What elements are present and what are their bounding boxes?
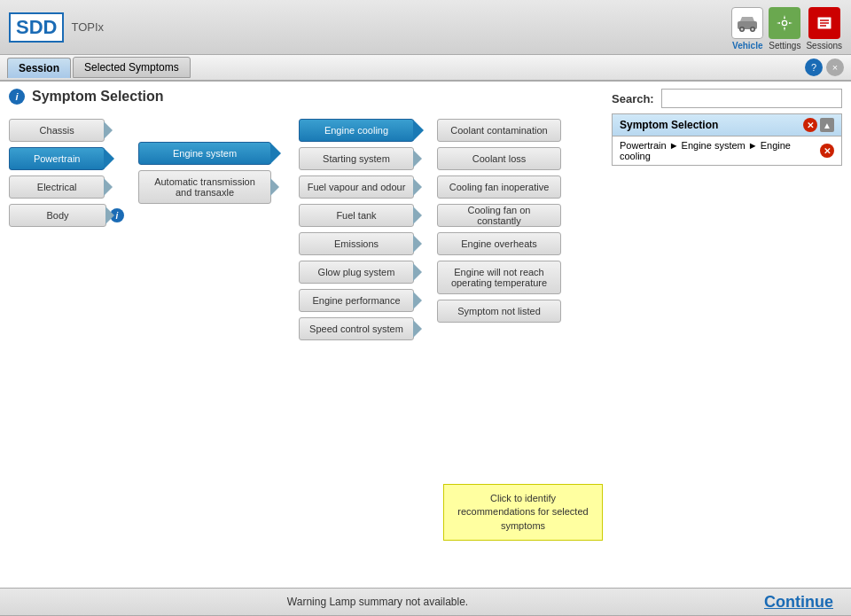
coolant-loss-btn[interactable]: Coolant loss bbox=[437, 147, 561, 170]
col1: Chassis Powertrain Electrical bbox=[9, 119, 124, 227]
glow-plug-btn[interactable]: Glow plug system bbox=[299, 261, 414, 284]
right-panel: Search: Symptom Selection ✕ ▲ Powertrain… bbox=[612, 89, 842, 581]
title-info-icon[interactable]: i bbox=[9, 89, 25, 105]
search-result-title: Symptom Selection bbox=[620, 119, 718, 131]
settings-label: Settings bbox=[769, 41, 800, 51]
navbar: Session Selected Symptoms ? × bbox=[0, 55, 851, 82]
engine-no-reach-btn[interactable]: Engine will not reach operating temperat… bbox=[437, 261, 561, 294]
search-results-panel: Symptom Selection ✕ ▲ Powertrain ► Engin… bbox=[612, 113, 842, 166]
help-icon-btn[interactable]: ? bbox=[805, 58, 823, 76]
sessions-label: Sessions bbox=[806, 41, 842, 51]
speed-control-btn[interactable]: Speed control system bbox=[299, 317, 414, 340]
fuel-tank-btn[interactable]: Fuel tank bbox=[299, 204, 414, 227]
svg-point-5 bbox=[752, 28, 754, 31]
sessions-icon-btn[interactable] bbox=[808, 7, 840, 39]
vehicle-icon-btn[interactable] bbox=[731, 7, 763, 39]
search-result-header: Symptom Selection ✕ ▲ bbox=[613, 114, 841, 136]
starting-system-btn[interactable]: Starting system bbox=[299, 147, 414, 170]
tree-section: i Symptom Selection Chassis Powertrain bbox=[0, 82, 851, 588]
engine-perf-btn[interactable]: Engine performance bbox=[299, 289, 414, 312]
search-result-path-text: Powertrain ► Engine system ► Engine cool… bbox=[620, 140, 820, 161]
sessions-group[interactable]: Sessions bbox=[806, 7, 842, 51]
cooling-fan-inop-btn[interactable]: Cooling fan inoperative bbox=[437, 175, 561, 199]
search-input[interactable] bbox=[661, 89, 842, 108]
powertrain-row: Powertrain bbox=[9, 147, 124, 170]
page-title-text: Symptom Selection bbox=[32, 89, 163, 105]
search-close-btn[interactable]: ✕ bbox=[803, 118, 817, 132]
navbar-right-icons: ? × bbox=[805, 58, 844, 76]
auto-transmission-btn[interactable]: Automatic transmission and transaxle bbox=[138, 170, 271, 204]
search-path-close-btn[interactable]: ✕ bbox=[820, 144, 834, 158]
page-title: i Symptom Selection bbox=[9, 89, 612, 105]
search-result-path-row: Powertrain ► Engine system ► Engine cool… bbox=[613, 136, 841, 165]
continue-btn[interactable]: Continue bbox=[755, 593, 842, 612]
search-result-actions: ✕ ▲ bbox=[803, 118, 834, 132]
settings-group[interactable]: Settings bbox=[769, 7, 800, 51]
gear-icon bbox=[775, 13, 794, 33]
content-area: i Symptom Selection Chassis Powertrain bbox=[0, 82, 851, 616]
col2: Engine system Automatic transmission and… bbox=[138, 142, 285, 204]
vehicle-icon bbox=[737, 14, 758, 32]
chassis-row: Chassis bbox=[9, 119, 124, 142]
svg-point-7 bbox=[783, 21, 786, 25]
session-tab[interactable]: Session bbox=[7, 58, 71, 78]
hint-box: Click to identify recommendations for se… bbox=[443, 484, 603, 541]
close-icon-btn[interactable]: × bbox=[826, 58, 844, 76]
engine-system-btn[interactable]: Engine system bbox=[138, 142, 271, 165]
chassis-btn[interactable]: Chassis bbox=[9, 119, 105, 142]
warning-text: Warning Lamp summary not available. bbox=[9, 596, 746, 608]
engine-overheats-btn[interactable]: Engine overheats bbox=[437, 232, 561, 255]
topix-label: TOPIx bbox=[71, 20, 104, 34]
search-expand-btn[interactable]: ▲ bbox=[820, 118, 834, 132]
electrical-btn[interactable]: Electrical bbox=[9, 175, 105, 199]
vehicle-group[interactable]: Vehicle bbox=[731, 7, 763, 51]
svg-marker-1 bbox=[740, 17, 754, 21]
cooling-fan-const-btn[interactable]: Cooling fan on constantly bbox=[437, 204, 561, 227]
search-label: Search: bbox=[612, 92, 654, 105]
svg-point-4 bbox=[741, 28, 744, 31]
sdd-logo: SDD bbox=[9, 12, 64, 43]
coolant-contamination-btn[interactable]: Coolant contamination bbox=[437, 119, 561, 142]
top-icons: Vehicle Settings bbox=[731, 7, 842, 51]
sessions-icon bbox=[815, 13, 834, 33]
selected-symptoms-tab[interactable]: Selected Symptoms bbox=[73, 57, 191, 78]
vehicle-label: Vehicle bbox=[732, 41, 762, 51]
warning-bar: Warning Lamp summary not available. Cont… bbox=[0, 588, 851, 616]
fuel-vapour-btn[interactable]: Fuel vapour and odour bbox=[299, 175, 414, 199]
powertrain-btn[interactable]: Powertrain bbox=[9, 147, 105, 170]
topbar: SDD TOPIx Vehicle bbox=[0, 0, 851, 55]
search-row: Search: bbox=[612, 89, 842, 108]
body-btn[interactable]: Body bbox=[9, 204, 106, 227]
emissions-btn[interactable]: Emissions bbox=[299, 232, 414, 255]
hint-text: Click to identify recommendations for se… bbox=[457, 493, 588, 531]
symptom-not-listed-btn[interactable]: Symptom not listed bbox=[437, 300, 561, 323]
engine-cooling-btn[interactable]: Engine cooling bbox=[299, 119, 414, 142]
electrical-row: Electrical bbox=[9, 175, 124, 199]
col4: Coolant contamination Coolant loss Cooli… bbox=[437, 119, 570, 323]
body-row: Body i bbox=[9, 204, 124, 227]
col3: Engine cooling Starting system Fuel vapo… bbox=[299, 119, 423, 340]
settings-icon-btn[interactable] bbox=[769, 7, 800, 39]
